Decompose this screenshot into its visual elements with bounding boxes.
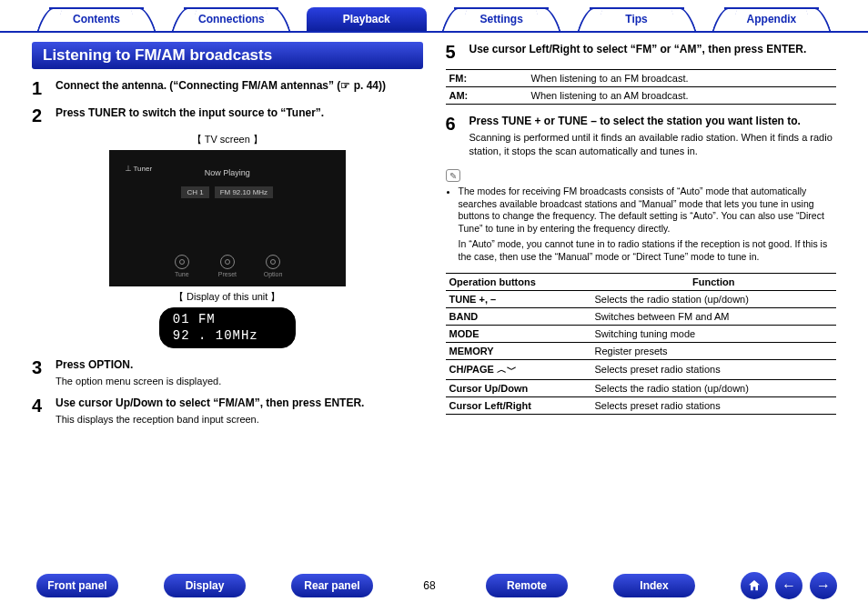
cell: Register presets bbox=[591, 342, 837, 359]
cell: CH/PAGE ︿﹀ bbox=[446, 359, 591, 379]
step-2: 2 Press TUNER to switch the input source… bbox=[32, 105, 423, 125]
note-line: In “Auto” mode, you cannot tune in to ra… bbox=[446, 238, 837, 263]
step-title: Press OPTION. bbox=[56, 358, 133, 371]
step-title: Press TUNE + or TUNE – to select the sta… bbox=[469, 115, 801, 127]
table-row: CH/PAGE ︿﹀Selects preset radio stations bbox=[446, 359, 837, 379]
tv-ic-label: Tune bbox=[175, 271, 189, 277]
table-row: TUNE +, –Selects the radio station (up/d… bbox=[446, 290, 837, 307]
disp-line2: 92 . 10MHz bbox=[173, 328, 282, 345]
table-row: Cursor Up/DownSelects the radio station … bbox=[446, 379, 837, 396]
table-row: AM:When listening to an AM broadcast. bbox=[446, 87, 837, 105]
tab-appendix[interactable]: Appendix bbox=[712, 7, 832, 31]
rear-panel-button[interactable]: Rear panel bbox=[291, 574, 373, 597]
index-button[interactable]: Index bbox=[613, 574, 695, 597]
tv-now-playing: Now Playing bbox=[126, 168, 329, 177]
tab-label: Contents bbox=[73, 13, 120, 25]
step-4: 4 Use cursor Up/Down to select “FM/AM”, … bbox=[32, 396, 423, 426]
cell: Cursor Up/Down bbox=[446, 379, 591, 396]
note-list: The modes for receiving FM broadcasts co… bbox=[446, 186, 837, 236]
table-row: Cursor Left/RightSelects preset radio st… bbox=[446, 396, 837, 414]
tab-label: Appendix bbox=[747, 13, 797, 25]
cell: Operation buttons bbox=[446, 273, 591, 290]
step-6: 6 Press TUNE + or TUNE – to select the s… bbox=[446, 114, 837, 158]
tv-ic-label: Option bbox=[264, 271, 283, 277]
step-title: Connect the antenna. (“Connecting FM/AM … bbox=[56, 79, 386, 92]
step-number: 2 bbox=[32, 105, 56, 125]
tv-tuner-label: Tuner bbox=[126, 163, 152, 173]
note-icon: ✎ bbox=[446, 169, 460, 182]
cell: When listening to an AM broadcast. bbox=[528, 87, 837, 105]
tab-tips[interactable]: Tips bbox=[577, 7, 697, 31]
tab-label: Settings bbox=[480, 13, 523, 25]
tv-frequency: FM 92.10 MHz bbox=[215, 186, 273, 198]
step-3: 3 Press OPTION. The option menu screen i… bbox=[32, 357, 423, 388]
page-body: Listening to FM/AM broadcasts 1 Connect … bbox=[0, 33, 868, 542]
step-sub: Scanning is performed until it finds an … bbox=[469, 131, 837, 158]
note-bullet: The modes for receiving FM broadcasts co… bbox=[459, 186, 837, 236]
tab-connections[interactable]: Connections bbox=[171, 7, 291, 31]
front-panel-button[interactable]: Front panel bbox=[36, 574, 118, 597]
tv-mock: Tuner Now Playing CH 1 FM 92.10 MHz Tune… bbox=[109, 150, 346, 286]
table-row: MODESwitching tuning mode bbox=[446, 325, 837, 342]
display-button[interactable]: Display bbox=[164, 574, 246, 597]
step-number: 6 bbox=[446, 114, 469, 158]
cell: Selects the radio station (up/down) bbox=[591, 290, 837, 307]
unit-display-mock: 01 FM 92 . 10MHz bbox=[159, 307, 296, 348]
left-column: Listening to FM/AM broadcasts 1 Connect … bbox=[32, 42, 423, 542]
tv-screen-label: TV screen bbox=[32, 133, 423, 146]
tv-preset-icon: Preset bbox=[218, 255, 237, 277]
ops-table: Operation buttons Function TUNE +, –Sele… bbox=[446, 273, 837, 415]
step-sub: This displays the reception band input s… bbox=[56, 413, 423, 426]
cell: TUNE +, – bbox=[446, 290, 591, 307]
tv-option-icon: Option bbox=[264, 255, 282, 277]
tab-label: Playback bbox=[343, 13, 390, 25]
right-column: 5 Use cursor Left/Right to select “FM” o… bbox=[446, 42, 837, 542]
cell: When listening to an FM broadcast. bbox=[528, 70, 837, 87]
table-row: MEMORYRegister presets bbox=[446, 342, 837, 359]
step-title: Use cursor Up/Down to select “FM/AM”, th… bbox=[56, 396, 364, 409]
cell: MODE bbox=[446, 325, 591, 342]
cell: MEMORY bbox=[446, 342, 591, 359]
section-title: Listening to FM/AM broadcasts bbox=[32, 42, 423, 69]
cell: Cursor Left/Right bbox=[446, 396, 591, 414]
tv-tune-icon: Tune bbox=[173, 255, 191, 277]
table-header-row: Operation buttons Function bbox=[446, 273, 837, 290]
cell: Selects preset radio stations bbox=[591, 396, 837, 414]
step-number: 3 bbox=[32, 357, 56, 388]
step-number: 4 bbox=[32, 396, 56, 426]
cell: FM: bbox=[446, 70, 528, 87]
nav-group: ← → bbox=[741, 572, 837, 599]
step-sub: The option menu screen is displayed. bbox=[56, 375, 423, 388]
tab-contents[interactable]: Contents bbox=[36, 7, 156, 31]
prev-icon[interactable]: ← bbox=[775, 572, 802, 599]
page-number: 68 bbox=[419, 579, 440, 592]
step-title: Press TUNER to switch the input source t… bbox=[56, 106, 324, 119]
cell: BAND bbox=[446, 307, 591, 325]
next-icon[interactable]: → bbox=[810, 572, 837, 599]
table-row: FM:When listening to an FM broadcast. bbox=[446, 70, 837, 87]
footer: Front panel Display Rear panel 68 Remote… bbox=[0, 572, 868, 599]
tv-ic-label: Preset bbox=[218, 271, 237, 277]
step-1: 1 Connect the antenna. (“Connecting FM/A… bbox=[32, 78, 423, 98]
display-label: Display of this unit bbox=[32, 290, 423, 304]
step-number: 5 bbox=[446, 42, 469, 62]
cell: Switches between FM and AM bbox=[591, 307, 837, 325]
home-icon[interactable] bbox=[741, 572, 768, 599]
tv-channel: CH 1 bbox=[181, 186, 208, 198]
cell: Selects preset radio stations bbox=[591, 359, 837, 379]
band-table: FM:When listening to an FM broadcast. AM… bbox=[446, 69, 837, 105]
cell: Function bbox=[591, 273, 837, 290]
step-5: 5 Use cursor Left/Right to select “FM” o… bbox=[446, 42, 837, 62]
remote-button[interactable]: Remote bbox=[486, 574, 568, 597]
tab-settings[interactable]: Settings bbox=[441, 7, 561, 31]
table-row: BANDSwitches between FM and AM bbox=[446, 307, 837, 325]
top-tabs: Contents Connections Playback Settings T… bbox=[0, 0, 868, 33]
cell: AM: bbox=[446, 87, 528, 105]
tab-playback[interactable]: Playback bbox=[307, 7, 427, 31]
tab-label: Tips bbox=[625, 13, 647, 25]
step-number: 1 bbox=[32, 78, 56, 98]
disp-line1: 01 FM bbox=[173, 312, 282, 328]
cell: Switching tuning mode bbox=[591, 325, 837, 342]
tab-label: Connections bbox=[198, 13, 265, 25]
step-title: Use cursor Left/Right to select “FM” or … bbox=[469, 43, 807, 55]
